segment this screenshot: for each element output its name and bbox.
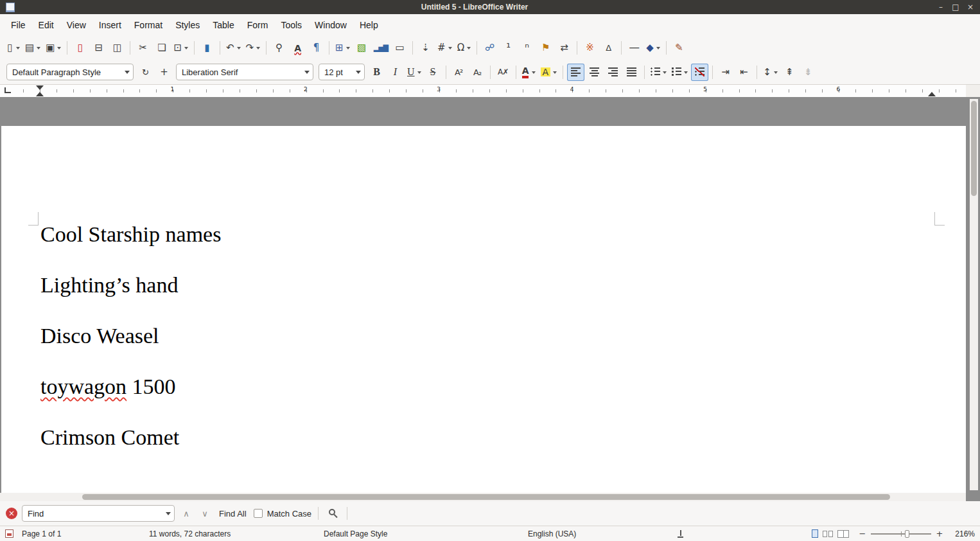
close-button[interactable]: × bbox=[964, 1, 977, 13]
open[interactable]: ▤ bbox=[23, 39, 42, 57]
zoom-in-button[interactable]: + bbox=[936, 529, 943, 538]
vertical-scrollbar[interactable] bbox=[970, 99, 978, 490]
update-style[interactable]: ↻ bbox=[137, 64, 154, 81]
redo[interactable]: ↷ bbox=[244, 39, 263, 57]
zoom-level[interactable]: 216% bbox=[948, 529, 975, 538]
right-indent-marker[interactable] bbox=[928, 92, 936, 96]
align-right[interactable] bbox=[604, 64, 622, 81]
zoom-slider[interactable] bbox=[871, 529, 931, 538]
align-center[interactable] bbox=[586, 64, 603, 81]
track-changes[interactable]: Δ bbox=[600, 39, 617, 57]
highlighting-color[interactable]: A bbox=[539, 64, 559, 81]
vertical-scrollbar-thumb[interactable] bbox=[971, 101, 977, 196]
menu-format[interactable]: Format bbox=[128, 16, 169, 34]
print[interactable]: ⊟ bbox=[90, 39, 107, 57]
menu-insert[interactable]: Insert bbox=[92, 16, 128, 34]
clone-formatting[interactable]: ▮ bbox=[198, 39, 216, 57]
menu-help[interactable]: Help bbox=[353, 16, 385, 34]
text-run[interactable]: 1500 bbox=[127, 375, 176, 398]
horizontal-scrollbar[interactable] bbox=[0, 493, 966, 501]
menu-window[interactable]: Window bbox=[308, 16, 353, 34]
search-input[interactable] bbox=[22, 509, 162, 519]
find-next-button[interactable]: ∨ bbox=[198, 506, 212, 521]
bold[interactable]: B bbox=[368, 64, 385, 81]
paragraph[interactable]: Cool Starship names bbox=[40, 222, 221, 247]
no-list[interactable] bbox=[691, 64, 708, 81]
menu-form[interactable]: Form bbox=[241, 16, 275, 34]
selection-mode-icon[interactable] bbox=[676, 530, 685, 538]
page-style-status[interactable]: Default Page Style bbox=[324, 529, 528, 538]
cut[interactable]: ✂ bbox=[134, 39, 152, 57]
insert-bookmark[interactable]: ⚑ bbox=[537, 39, 554, 57]
insert-cross-reference[interactable]: ⇄ bbox=[556, 39, 573, 57]
italic[interactable]: I bbox=[387, 64, 404, 81]
find-and-replace-icon[interactable] bbox=[329, 509, 335, 515]
menu-styles[interactable]: Styles bbox=[169, 16, 206, 34]
paragraph[interactable]: Disco Weasel bbox=[40, 323, 221, 349]
document-modified-icon[interactable] bbox=[5, 529, 13, 538]
strikethrough[interactable]: S bbox=[424, 64, 442, 81]
save[interactable]: ▣ bbox=[44, 39, 63, 57]
match-case-checkbox[interactable] bbox=[254, 509, 263, 518]
show-draw-functions[interactable]: ✎ bbox=[670, 39, 688, 57]
restore-button[interactable]: □ bbox=[949, 1, 962, 13]
new-document[interactable]: ▯ bbox=[4, 39, 22, 57]
book-view-button[interactable] bbox=[837, 530, 849, 538]
chevron-down-icon[interactable] bbox=[353, 64, 364, 80]
text-run[interactable]: Cool Starship names bbox=[40, 222, 221, 246]
zoom-out-button[interactable]: − bbox=[859, 529, 866, 538]
minimize-button[interactable]: – bbox=[934, 1, 947, 13]
insert-field[interactable]: # bbox=[435, 39, 454, 57]
horizontal-scrollbar-thumb[interactable] bbox=[82, 494, 890, 500]
increase-indent[interactable]: ⇥ bbox=[717, 64, 734, 81]
menu-table[interactable]: Table bbox=[206, 16, 240, 34]
page-number-status[interactable]: Page 1 of 1 bbox=[22, 529, 149, 538]
find-combobox[interactable] bbox=[22, 505, 175, 522]
paragraph[interactable]: Lighting’s hand bbox=[40, 272, 221, 298]
underline[interactable]: U bbox=[405, 64, 423, 81]
unordered-list[interactable] bbox=[649, 64, 669, 81]
insert-table[interactable]: ⊞ bbox=[333, 39, 352, 57]
superscript[interactable]: A² bbox=[450, 64, 468, 81]
paragraph[interactable]: Crimson Comet bbox=[40, 425, 221, 450]
find-all-button[interactable]: Find All bbox=[216, 509, 249, 519]
chevron-down-icon[interactable] bbox=[121, 64, 133, 80]
menu-file[interactable]: File bbox=[4, 16, 32, 34]
chevron-down-icon[interactable] bbox=[301, 64, 313, 80]
decrease-paragraph-spacing[interactable]: ⇟ bbox=[800, 64, 817, 81]
insert-page-break[interactable]: ⇣ bbox=[417, 39, 434, 57]
insert-footnote[interactable]: ¹ bbox=[500, 39, 517, 57]
new-style[interactable]: + bbox=[155, 64, 173, 81]
font-size-combobox[interactable]: 12 pt bbox=[319, 64, 365, 80]
close-find-bar-button[interactable]: × bbox=[6, 508, 17, 519]
basic-shapes[interactable]: ◆ bbox=[644, 39, 662, 57]
insert-image[interactable]: ▧ bbox=[353, 39, 371, 57]
clear-direct-formatting[interactable]: A✗ bbox=[494, 64, 512, 81]
insert-hyperlink[interactable]: ☍ bbox=[481, 39, 498, 57]
print-preview[interactable]: ◫ bbox=[109, 39, 126, 57]
find-and-replace[interactable]: ⚲ bbox=[270, 39, 288, 57]
zoom-slider-thumb[interactable] bbox=[905, 530, 909, 538]
ordered-list[interactable] bbox=[670, 64, 690, 81]
horizontal-ruler[interactable]: 123456 bbox=[0, 85, 966, 97]
language-status[interactable]: English (USA) bbox=[528, 529, 672, 538]
align-left[interactable] bbox=[567, 64, 584, 81]
text-run[interactable]: Crimson Comet bbox=[40, 425, 179, 449]
decrease-indent[interactable]: ⇤ bbox=[735, 64, 753, 81]
word-count-status[interactable]: 11 words, 72 characters bbox=[149, 529, 324, 538]
left-indent-marker[interactable] bbox=[36, 92, 44, 96]
copy[interactable]: ❏ bbox=[153, 39, 170, 57]
first-line-indent-marker[interactable] bbox=[36, 85, 44, 90]
insert-comment[interactable]: ※ bbox=[581, 39, 599, 57]
paste[interactable]: ⊡ bbox=[171, 39, 190, 57]
align-justified[interactable] bbox=[623, 64, 640, 81]
writer-app-icon[interactable] bbox=[6, 3, 15, 12]
line-spacing[interactable]: ↕ bbox=[761, 64, 780, 81]
font-color[interactable]: A bbox=[520, 64, 538, 81]
insert-special-character[interactable]: Ω bbox=[455, 39, 473, 57]
text-run[interactable]: Disco Weasel bbox=[40, 324, 159, 348]
formatting-marks[interactable]: ¶ bbox=[308, 39, 325, 57]
single-page-view-button[interactable] bbox=[812, 529, 818, 538]
paragraph-style-combobox[interactable]: Default Paragraph Style bbox=[6, 64, 134, 80]
menu-view[interactable]: View bbox=[60, 16, 92, 34]
